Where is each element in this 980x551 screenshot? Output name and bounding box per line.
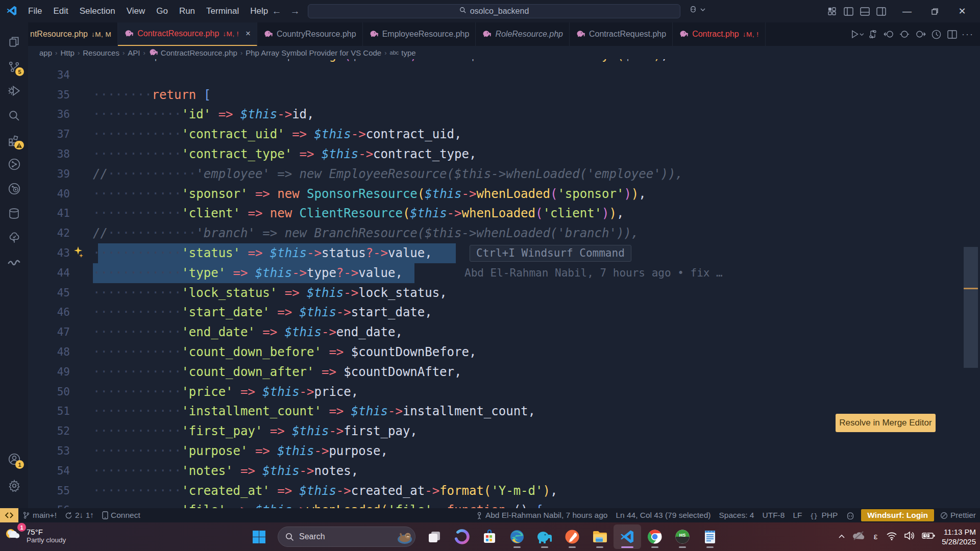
toggle-sidebar-button[interactable] (841, 5, 855, 17)
close-button[interactable]: ✕ (950, 0, 974, 22)
code-line: 46············'start_date' => $this->sta… (28, 303, 980, 322)
menu-selection[interactable]: Selection (74, 4, 121, 18)
breadcrumb-item-resources[interactable]: Resources (83, 48, 119, 57)
activity-database-icon[interactable] (0, 201, 28, 226)
tab-contract-php[interactable]: Contract.php↓M, ! (673, 22, 765, 46)
breadcrumb-item-contractresource-php[interactable]: ContractResource.php (149, 48, 237, 57)
code-line: 53············'purpose' => $this->purpos… (28, 441, 980, 461)
next-change-button[interactable] (913, 27, 927, 41)
line-number: 52 (28, 421, 70, 441)
split-editor-button[interactable] (945, 27, 959, 41)
taskbar-store-icon[interactable] (476, 524, 503, 549)
status-abd-el-rahman-nabil-7-hours-ago[interactable]: Abd El-Rahman Nabil, 7 hours ago (472, 508, 612, 522)
restore-button[interactable] (923, 0, 946, 22)
copilot-menu-button[interactable] (688, 5, 705, 15)
file-history-button[interactable] (929, 27, 943, 41)
breadcrumb-item-php-array-symbol-provider-for-vs-code[interactable]: Php Array Symbol Provider for VS Code (246, 48, 381, 57)
status-main-[interactable]: main+! (18, 508, 61, 522)
taskbar-notepad-icon[interactable] (696, 524, 724, 549)
line-number: 39 (28, 164, 70, 184)
breadcrumb-item-http[interactable]: Http (60, 48, 75, 57)
status-connect[interactable]: Connect (98, 508, 144, 522)
activity-graph-circle-eye-icon[interactable] (0, 177, 28, 201)
volume-icon[interactable] (904, 531, 915, 542)
customize-layout-button[interactable] (825, 5, 839, 17)
discard-change-button[interactable] (897, 27, 912, 41)
php-file-icon (124, 29, 134, 39)
taskbar-heidisql-icon[interactable]: HS (669, 524, 696, 549)
tray-chevron-up-icon[interactable] (838, 532, 845, 541)
status-php[interactable]: {̹}PHP (806, 508, 842, 522)
scrollbar-thumb[interactable] (964, 247, 978, 368)
menu-file[interactable]: File (22, 4, 47, 18)
tab-countryresource-php[interactable]: CountryResource.php (257, 22, 363, 46)
activity-search-icon[interactable] (0, 103, 28, 128)
taskbar-chrome-icon[interactable] (641, 524, 669, 549)
menu-go[interactable]: Go (151, 4, 174, 18)
activity-settings-icon[interactable] (0, 473, 28, 498)
status-prettier[interactable]: Prettier (936, 508, 980, 522)
weather-condition: Partly cloudy (27, 536, 66, 544)
taskbar-copilot-icon[interactable] (448, 524, 476, 549)
toggle-panel-button[interactable] (857, 5, 872, 17)
wifi-icon[interactable] (886, 532, 897, 542)
taskbar-task-view-icon[interactable] (421, 524, 448, 549)
menu-terminal[interactable]: Terminal (201, 4, 244, 18)
taskbar-search-box[interactable]: Search (278, 527, 415, 547)
more-actions-button[interactable]: ··· (961, 27, 975, 41)
status-windsurf-login[interactable]: Windsurf: Login (861, 509, 934, 521)
code-line: 41············'client' => new ClientReso… (28, 204, 980, 223)
nav-forward-button[interactable]: → (288, 5, 302, 18)
status-spaces-4[interactable]: Spaces: 4 (715, 508, 758, 522)
nav-back-button[interactable]: ← (270, 5, 284, 18)
php-file-icon (679, 30, 689, 39)
code-text: ············'lock_status' => $this->lock… (93, 283, 447, 303)
menu-run[interactable]: Run (174, 4, 201, 18)
weather-widget[interactable]: 1 75°F Partly cloudy (3, 525, 66, 546)
taskbar-php-elephant-icon[interactable] (531, 524, 558, 549)
status-2-1-[interactable]: 2↓ 1↑ (61, 508, 98, 522)
status-copilot[interactable] (842, 508, 859, 522)
taskbar-edge-icon[interactable] (503, 524, 531, 549)
activity-windsurf-wave-icon[interactable] (0, 250, 28, 274)
status-lf[interactable]: LF (789, 508, 806, 522)
activity-tree-icon[interactable] (0, 226, 28, 250)
activity-graph-circle-icon[interactable] (0, 152, 28, 177)
previous-change-button[interactable] (881, 27, 896, 41)
tab-ntresource-php[interactable]: ntResource.php↓M, M (28, 22, 118, 46)
toggle-secondary-sidebar-button[interactable] (874, 5, 888, 17)
activity-run-debug-icon[interactable] (0, 79, 28, 103)
breadcrumb-item-app[interactable]: app (39, 48, 52, 57)
remote-indicator[interactable] (0, 508, 18, 522)
activity-account-icon[interactable]: 1 (0, 447, 28, 471)
run-file-button[interactable] (850, 27, 864, 41)
input-language-indicator[interactable]: ε (872, 532, 880, 542)
breadcrumb-item-api[interactable]: API (128, 48, 140, 57)
taskbar-postman-icon[interactable] (558, 524, 586, 549)
tab-contractrequest-php[interactable]: ContractRequest.php (570, 22, 673, 46)
command-center-search[interactable]: osolco_backend (308, 4, 680, 18)
onedrive-paused-icon[interactable] (852, 531, 865, 543)
tab-close-icon[interactable]: × (246, 29, 251, 39)
code-editor[interactable]: 33········$countDownAfter = $now->gt($en… (28, 59, 980, 508)
tab-contractresource-php[interactable]: ContractResource.php↓M, !× (118, 22, 257, 46)
breadcrumb-item-type[interactable]: abctype (390, 48, 416, 57)
activity-source-control-icon[interactable]: 5 (0, 54, 28, 79)
status-ln-44-col-43-79-selected-[interactable]: Ln 44, Col 43 (79 selected) (611, 508, 715, 522)
tab-employeeresource-php[interactable]: EmployeeResource.php (363, 22, 476, 46)
tab-roleresource-php[interactable]: RoleResource.php (476, 22, 570, 46)
minimize-button[interactable]: — (895, 0, 919, 22)
activity-explorer-icon[interactable] (0, 30, 28, 54)
breadcrumb-separator: › (240, 49, 242, 57)
battery-charging-icon[interactable] (922, 532, 935, 541)
taskbar-file-explorer-icon[interactable] (586, 524, 614, 549)
resolve-merge-button[interactable]: Resolve in Merge Editor (836, 414, 936, 432)
menu-view[interactable]: View (121, 4, 151, 18)
status-utf-8[interactable]: UTF-8 (758, 508, 789, 522)
open-changes-button[interactable] (866, 27, 880, 41)
taskbar-vscode-icon[interactable] (614, 524, 641, 549)
taskbar-start-icon[interactable] (245, 524, 273, 549)
taskbar-clock[interactable]: 11:13 PM 5/28/2025 (942, 527, 976, 546)
menu-edit[interactable]: Edit (47, 4, 74, 18)
activity-extensions-icon[interactable] (0, 128, 28, 152)
